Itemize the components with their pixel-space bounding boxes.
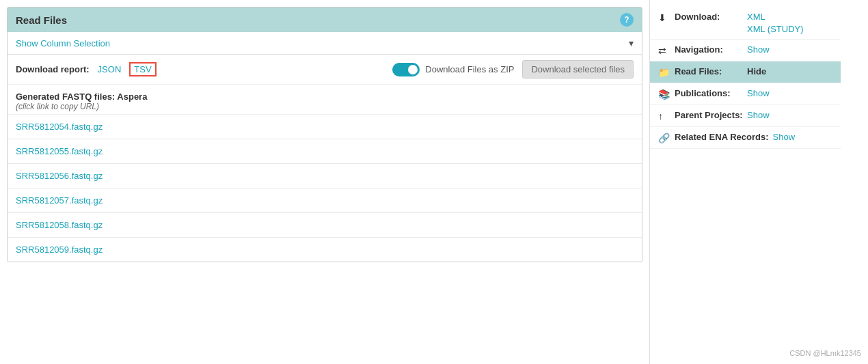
sidebar-download-actions: XML XML (STUDY): [747, 12, 804, 34]
read-files-icon: 📁: [658, 67, 670, 78]
download-zip-toggle[interactable]: [392, 63, 420, 76]
sidebar-related-ena-row: 🔗 Related ENA Records: Show: [650, 127, 841, 149]
file-link[interactable]: SRR5812059.fastq.gz: [16, 244, 103, 255]
file-section-header: Generated FASTQ files: Aspera (click lin…: [8, 85, 642, 115]
file-list-item: SRR5812056.fastq.gz: [8, 164, 642, 188]
help-icon[interactable]: ?: [620, 13, 634, 27]
navigation-icon: ⇄: [658, 45, 670, 56]
chevron-down-icon: ▾: [629, 38, 634, 48]
file-link[interactable]: SRR5812057.fastq.gz: [16, 195, 103, 206]
download-icon: ⬇: [658, 12, 670, 23]
parent-projects-icon: ↑: [658, 111, 670, 122]
file-section-title: Generated FASTQ files: Aspera: [16, 92, 634, 102]
download-report-row: Download report: JSON TSV Download Files…: [8, 55, 642, 85]
sidebar-download-row: ⬇ Download: XML XML (STUDY): [650, 7, 841, 40]
download-report-label: Download report:: [16, 64, 90, 74]
file-list-item: SRR5812057.fastq.gz: [8, 188, 642, 213]
file-link[interactable]: SRR5812054.fastq.gz: [16, 122, 103, 132]
sidebar-parent-projects-row: ↑ Parent Projects: Show: [650, 105, 841, 127]
panel-title: Read Files: [16, 14, 67, 26]
file-link[interactable]: SRR5812055.fastq.gz: [16, 146, 103, 156]
file-link[interactable]: SRR5812056.fastq.gz: [16, 171, 103, 181]
xml-study-download-link[interactable]: XML (STUDY): [747, 24, 804, 34]
panel-header: Read Files ?: [8, 8, 642, 32]
parent-projects-show-link[interactable]: Show: [747, 110, 770, 120]
publications-icon: 📚: [658, 89, 670, 100]
watermark: CSDN @HLmk12345: [789, 349, 861, 357]
file-list-item: SRR5812054.fastq.gz: [8, 115, 642, 139]
related-ena-show-link[interactable]: Show: [773, 132, 796, 142]
sidebar-parent-projects-label: Parent Projects:: [675, 110, 743, 120]
toggle-container: Download Files as ZIP: [392, 63, 514, 76]
json-download-link[interactable]: JSON: [98, 64, 122, 74]
related-ena-icon: 🔗: [658, 132, 670, 143]
download-selected-button[interactable]: Download selected files: [522, 60, 634, 79]
file-section-subtitle: (click link to copy URL): [16, 102, 634, 111]
column-selection-row[interactable]: Show Column Selection ▾: [8, 32, 642, 55]
sidebar-navigation-row: ⇄ Navigation: Show: [650, 40, 841, 61]
file-list: SRR5812054.fastq.gzSRR5812055.fastq.gzSR…: [8, 115, 642, 262]
file-link[interactable]: SRR5812058.fastq.gz: [16, 220, 103, 230]
navigation-show-link[interactable]: Show: [747, 44, 770, 55]
sidebar-related-ena-label: Related ENA Records:: [675, 132, 769, 142]
tsv-download-link[interactable]: TSV: [129, 62, 156, 76]
sidebar-read-files-label: Read Files:: [675, 66, 743, 76]
read-files-panel: Read Files ? Show Column Selection ▾ Dow…: [7, 7, 642, 262]
sidebar-navigation-label: Navigation:: [675, 44, 743, 55]
xml-download-link[interactable]: XML: [747, 12, 804, 22]
file-list-item: SRR5812059.fastq.gz: [8, 238, 642, 262]
sidebar-publications-label: Publications:: [675, 88, 743, 98]
read-files-hide-link[interactable]: Hide: [747, 66, 766, 76]
file-list-item: SRR5812055.fastq.gz: [8, 139, 642, 164]
sidebar: ⬇ Download: XML XML (STUDY) ⇄ Navigation…: [649, 0, 841, 364]
main-content: Read Files ? Show Column Selection ▾ Dow…: [0, 0, 649, 364]
download-zip-area: Download Files as ZIP Download selected …: [392, 60, 634, 79]
show-column-selection-link[interactable]: Show Column Selection: [16, 38, 110, 48]
sidebar-download-label: Download:: [675, 12, 743, 22]
sidebar-publications-row: 📚 Publications: Show: [650, 83, 841, 105]
sidebar-read-files-row: 📁 Read Files: Hide: [650, 61, 841, 83]
download-zip-label: Download Files as ZIP: [425, 64, 514, 74]
file-list-item: SRR5812058.fastq.gz: [8, 213, 642, 238]
publications-show-link[interactable]: Show: [747, 88, 770, 98]
